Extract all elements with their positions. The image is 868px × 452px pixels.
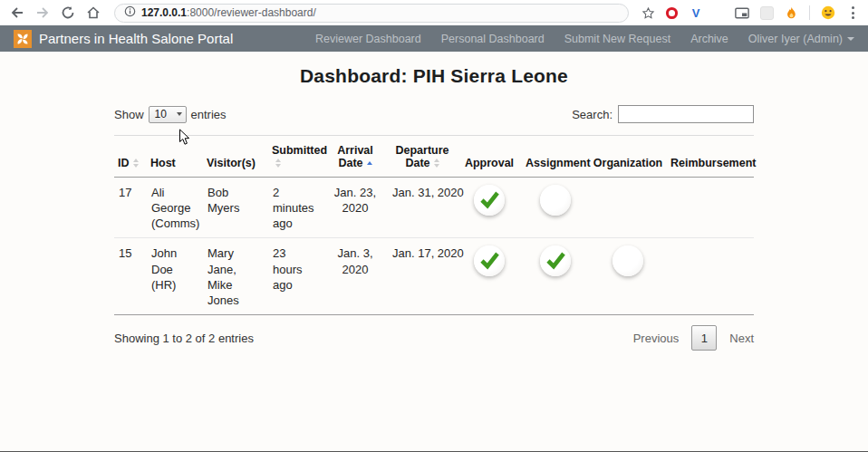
brand-label: Partners in Health Salone Portal [39, 31, 233, 46]
assignment-status[interactable] [522, 238, 589, 315]
show-label: Show [114, 108, 144, 121]
cell-host: Ali George (Comms) [147, 178, 203, 238]
col-header-id[interactable]: ID [114, 136, 147, 178]
app-navbar: Partners in Health Salone Portal Reviewe… [0, 25, 868, 52]
reimbursement-status[interactable] [667, 178, 754, 238]
previous-page-button[interactable]: Previous [633, 332, 680, 345]
url-text: 127.0.0.1:8000/reviewer-dashboard/ [141, 6, 316, 19]
home-button[interactable] [83, 3, 103, 23]
grid-extension-icon[interactable] [712, 6, 726, 20]
status-circle [540, 245, 571, 276]
col-header-arrival-date[interactable]: Arrival Date [323, 136, 388, 178]
status-circle [474, 245, 505, 276]
search-label: Search: [572, 108, 612, 121]
check-icon [478, 251, 500, 271]
page-content: Dashboard: PIH Sierra Leone Show 10 entr… [0, 52, 868, 351]
address-bar[interactable]: 127.0.0.1:8000/reviewer-dashboard/ [114, 4, 629, 23]
toolbar-separator [809, 5, 810, 20]
sort-icon [275, 159, 281, 168]
forward-button[interactable] [33, 3, 53, 23]
extension-icons: V [663, 5, 861, 21]
nav-links: Reviewer Dashboard Personal Dashboard Su… [315, 33, 854, 45]
col-header-submitted[interactable]: Submitted [268, 136, 323, 178]
assignment-status[interactable] [522, 178, 589, 238]
status-circle [474, 185, 505, 216]
search-input[interactable] [618, 105, 754, 123]
cell-submitted: 2 minutes ago [268, 178, 323, 238]
cell-id: 17 [114, 178, 147, 238]
col-header-visitors[interactable]: Visitor(s) [203, 136, 268, 178]
col-header-approval[interactable]: Approval [457, 136, 522, 178]
cell-arrival-date: Jan. 3, 2020 [323, 238, 388, 315]
flame-extension-icon[interactable] [783, 5, 799, 21]
profile-avatar[interactable] [820, 5, 836, 21]
picture-in-picture-icon[interactable] [734, 5, 750, 21]
sort-asc-icon [367, 161, 372, 165]
sort-icon [434, 159, 439, 168]
next-page-button[interactable]: Next [729, 332, 754, 345]
sort-icon [133, 159, 139, 168]
cell-visitors: Mary Jane, Mike Jones [203, 238, 268, 315]
reimbursement-status[interactable] [667, 238, 754, 315]
organization-status[interactable] [589, 238, 667, 315]
cell-visitors: Bob Myers [203, 178, 268, 238]
table-row[interactable]: 15 John Doe (HR) Mary Jane, Mike Jones 2… [114, 238, 754, 315]
browser-toolbar: 127.0.0.1:8000/reviewer-dashboard/ V [0, 0, 868, 25]
table-header-row: ID Host Visitor(s) Submitted Arrival Dat… [114, 136, 754, 178]
cell-host: John Doe (HR) [147, 238, 203, 315]
col-header-organization[interactable]: Organization [589, 136, 667, 178]
col-header-assignment[interactable]: Assignment [522, 136, 589, 178]
select-caret-icon [177, 112, 182, 116]
entries-select[interactable]: 10 [149, 106, 187, 123]
pagination: Previous 1 Next [633, 325, 754, 351]
bookmark-star-icon[interactable] [638, 3, 658, 23]
cell-departure-date: Jan. 17, 2020 [388, 238, 457, 315]
col-header-reimbursement[interactable]: Reimbursement [667, 136, 754, 178]
organization-status[interactable] [589, 178, 667, 238]
red-ring-extension-icon[interactable] [663, 5, 680, 21]
entries-label: entries [191, 108, 227, 121]
cell-departure-date: Jan. 31, 2020 [388, 178, 457, 238]
status-circle [540, 185, 571, 216]
page-info-icon[interactable] [124, 5, 136, 20]
col-header-host[interactable]: Host [147, 136, 203, 178]
refresh-button[interactable] [58, 3, 78, 23]
browser-menu-icon[interactable] [844, 5, 861, 21]
back-button[interactable] [7, 3, 27, 23]
cell-arrival-date: Jan. 23, 2020 [323, 178, 388, 238]
check-icon [478, 190, 500, 210]
cell-id: 15 [114, 238, 147, 315]
approval-status[interactable] [457, 238, 522, 315]
disabled-extension-icon[interactable] [758, 5, 775, 21]
chevron-down-icon [847, 37, 854, 41]
cell-submitted: 23 hours ago [268, 238, 323, 315]
table-search: Search: [572, 105, 754, 123]
nav-archive[interactable]: Archive [690, 33, 728, 45]
col-header-departure-date[interactable]: Departure Date [388, 136, 457, 178]
status-circle [612, 245, 643, 276]
check-icon [545, 251, 566, 271]
table-info: Showing 1 to 2 of 2 entries [114, 332, 254, 345]
page-1-button[interactable]: 1 [691, 325, 717, 351]
browser-window: 127.0.0.1:8000/reviewer-dashboard/ V [0, 0, 868, 452]
requests-table: ID Host Visitor(s) Submitted Arrival Dat… [114, 135, 754, 315]
page-length-control: Show 10 entries [114, 106, 227, 123]
nav-user-menu[interactable]: Oliver Iyer (Admin) [748, 33, 854, 45]
nav-submit-new-request[interactable]: Submit New Request [564, 33, 670, 45]
approval-status[interactable] [457, 178, 522, 238]
brand[interactable]: Partners in Health Salone Portal [14, 30, 233, 48]
nav-reviewer-dashboard[interactable]: Reviewer Dashboard [315, 33, 421, 45]
nav-personal-dashboard[interactable]: Personal Dashboard [441, 33, 545, 45]
pih-logo-icon [14, 30, 32, 48]
page-title: Dashboard: PIH Sierra Leone [0, 65, 868, 87]
vimium-extension-icon[interactable]: V [688, 5, 704, 21]
table-row[interactable]: 17 Ali George (Comms) Bob Myers 2 minute… [114, 178, 754, 238]
